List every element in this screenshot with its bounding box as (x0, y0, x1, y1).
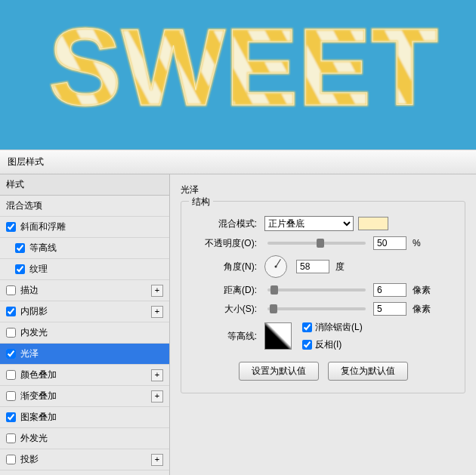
angle-unit: 度 (335, 261, 345, 273)
antialiased-row[interactable]: 消除锯齿(L) (302, 321, 363, 334)
checkbox-color-overlay[interactable] (6, 370, 16, 380)
contour-label: 等高线: (192, 330, 260, 343)
main-panel: 光泽 结构 混合模式: 正片叠底 不透明度(O): % 角度(N): (170, 174, 476, 475)
distance-label: 距离(D): (192, 284, 260, 297)
opacity-label: 不透明度(O): (192, 237, 260, 250)
invert-row[interactable]: 反相(I) (302, 338, 363, 351)
svg-text:SWEET: SWEET (48, 14, 438, 128)
sidebar-item-stroke[interactable]: 描边 + (0, 280, 169, 301)
checkbox-stroke[interactable] (6, 285, 16, 295)
size-unit: 像素 (413, 303, 431, 316)
sidebar-item-gradient-overlay[interactable]: 渐变叠加 + (0, 386, 169, 407)
sidebar-item-bevel[interactable]: 斜面和浮雕 (0, 217, 169, 238)
checkbox-outer-glow[interactable] (6, 433, 16, 443)
angle-input[interactable] (296, 260, 329, 273)
blend-mode-select[interactable]: 正片叠底 (264, 216, 354, 231)
sidebar-item-satin[interactable]: 光泽 (0, 344, 169, 365)
contour-picker[interactable] (264, 322, 292, 350)
structure-legend: 结构 (189, 196, 213, 208)
sidebar-blend-options[interactable]: 混合选项 (0, 196, 169, 217)
checkbox-gradient-overlay[interactable] (6, 391, 16, 401)
sidebar-header-styles[interactable]: 样式 (0, 174, 169, 196)
sidebar-item-outer-glow[interactable]: 外发光 (0, 428, 169, 449)
add-gradient-overlay-button[interactable]: + (151, 390, 163, 403)
sweet-letters: SWEET SWEET (17, 14, 470, 135)
distance-unit: 像素 (413, 284, 431, 297)
sidebar-item-inner-shadow[interactable]: 内阴影 + (0, 301, 169, 322)
checkbox-texture[interactable] (15, 264, 25, 274)
set-default-button[interactable]: 设置为默认值 (239, 362, 319, 381)
size-input[interactable] (373, 302, 406, 316)
color-swatch[interactable] (358, 217, 388, 230)
add-stroke-button[interactable]: + (151, 285, 163, 297)
checkbox-satin[interactable] (6, 349, 16, 359)
add-drop-shadow-button[interactable]: + (151, 454, 163, 466)
preview-canvas: SWEET SWEET (0, 0, 476, 150)
sidebar-item-inner-glow[interactable]: 内发光 (0, 322, 169, 344)
blend-mode-label: 混合模式: (192, 217, 260, 230)
sidebar-item-pattern-overlay[interactable]: 图案叠加 (0, 407, 169, 428)
checkbox-bevel[interactable] (6, 222, 16, 232)
angle-label: 角度(N): (192, 261, 260, 273)
sidebar-item-contour-sub[interactable]: 等高线 (0, 238, 169, 259)
size-slider[interactable] (267, 307, 366, 310)
structure-fieldset: 结构 混合模式: 正片叠底 不透明度(O): % 角度(N): (181, 201, 465, 393)
invert-checkbox[interactable] (302, 340, 312, 350)
reset-default-button[interactable]: 复位为默认值 (328, 362, 408, 381)
add-color-overlay-button[interactable]: + (151, 369, 163, 381)
distance-input[interactable] (373, 283, 406, 297)
dialog-title: 图层样式 (8, 156, 44, 167)
antialiased-checkbox[interactable] (302, 322, 312, 332)
opacity-slider[interactable] (267, 242, 366, 245)
checkbox-pattern-overlay[interactable] (6, 412, 16, 422)
styles-sidebar: 样式 混合选项 斜面和浮雕 等高线 纹理 描边 + 内阴影 + 内 (0, 174, 170, 475)
checkbox-contour-sub[interactable] (15, 243, 25, 253)
dialog-title-bar: 图层样式 (0, 150, 476, 174)
opacity-unit: % (413, 238, 421, 248)
panel-title: 光泽 (181, 184, 465, 196)
checkbox-drop-shadow[interactable] (6, 455, 16, 464)
size-label: 大小(S): (192, 303, 260, 316)
sidebar-item-texture[interactable]: 纹理 (0, 259, 169, 280)
sidebar-item-color-overlay[interactable]: 颜色叠加 + (0, 365, 169, 386)
angle-dial[interactable] (264, 255, 287, 278)
distance-slider[interactable] (267, 288, 366, 291)
opacity-input[interactable] (373, 236, 406, 250)
checkbox-inner-glow[interactable] (6, 328, 16, 338)
sidebar-item-drop-shadow[interactable]: 投影 + (0, 449, 169, 470)
add-inner-shadow-button[interactable]: + (151, 306, 163, 318)
checkbox-inner-shadow[interactable] (6, 307, 16, 316)
